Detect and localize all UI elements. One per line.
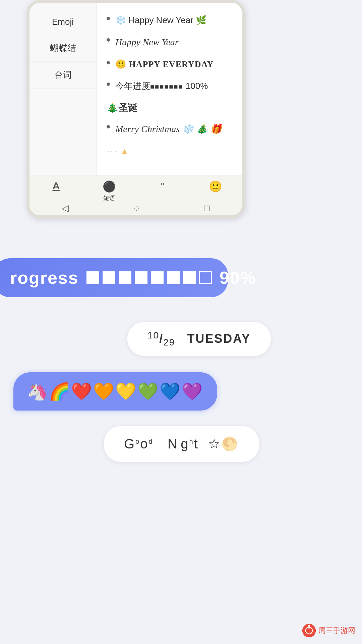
- date-weekday: TUESDAY: [187, 332, 251, 345]
- list-item: 今年进度■■■■■■■ 100%: [107, 75, 232, 97]
- list-item: ❄️ Happy New Year 🌿: [107, 9, 232, 31]
- item-happy-new-year-italic: Happy New Year: [115, 36, 179, 49]
- main-content-area[interactable]: ❄️ Happy New Year 🌿 Happy New Year 🙂 HAP…: [97, 3, 242, 175]
- sidebar-item-emoji[interactable]: Emoji: [29, 9, 96, 35]
- phrase-label: 短语: [103, 194, 115, 202]
- list-item: Merry Christmas ❄️ 🎄 🎁: [107, 118, 232, 140]
- svg-point-3: [308, 625, 310, 627]
- quote-icon: ": [160, 180, 164, 193]
- watermark-logo: [302, 624, 316, 637]
- list-item: Happy New Year: [107, 31, 232, 53]
- emoji-content: 🦄🌈❤️🧡💛💚💙💜: [27, 382, 204, 401]
- progress-percent: 90%: [220, 268, 256, 288]
- goodnight-text: Good Night ☆🌕: [124, 436, 239, 452]
- sidebar-item-lines[interactable]: 台词: [29, 62, 96, 89]
- content-body: Emoji 蝴蝶结 台词 ❄️ Happy New Year: [29, 3, 242, 175]
- font-icon: A: [52, 180, 60, 192]
- quote-button[interactable]: ": [136, 180, 189, 193]
- item-merry-christmas: Merry Christmas ❄️ 🎄 🎁: [115, 122, 222, 136]
- goodnight-bubble: Good Night ☆🌕: [104, 426, 259, 462]
- toolbar: A ⚫ 短语 " 🙂 ◁ ○ □: [29, 175, 242, 215]
- bullet-point: [107, 38, 110, 42]
- item-progress-100: 今年进度■■■■■■■ 100%: [115, 80, 208, 92]
- emoji-bubble: 🦄🌈❤️🧡💛💚💙💜: [13, 372, 217, 411]
- christmas-header: 🎄圣诞: [107, 97, 232, 118]
- date-bubble-text: 10/29 TUESDAY: [147, 330, 251, 348]
- item-partial: -- - ▲: [107, 145, 129, 157]
- progress-blocks: [85, 271, 213, 284]
- sidebar: Emoji 蝴蝶结 台词: [29, 3, 97, 175]
- phone-mockup: Emoji 蝴蝶结 台词 ❄️ Happy New Year: [27, 0, 245, 218]
- nav-bar: ◁ ○ □: [29, 201, 242, 216]
- phrase-button[interactable]: ⚫ 短语: [83, 180, 136, 202]
- phone-inner: Emoji 蝴蝶结 台词 ❄️ Happy New Year: [29, 3, 242, 175]
- list-item-partial: -- - ▲: [107, 141, 232, 162]
- list-item: 🙂 HAPPY EVERYDAY: [107, 54, 232, 75]
- item-happy-new-year-emoji: ❄️ Happy New Year 🌿: [115, 14, 206, 26]
- bullet-point: [107, 61, 110, 64]
- date-bubble: 10/29 TUESDAY: [127, 322, 271, 356]
- nav-recent[interactable]: □: [204, 203, 210, 214]
- progress-label: rogress: [10, 268, 79, 288]
- phrase-icon: ⚫: [103, 180, 116, 193]
- date-day: 10/29: [147, 332, 179, 345]
- phone-content: Emoji 蝴蝶结 台词 ❄️ Happy New Year: [29, 3, 242, 215]
- watermark-text: 周三手游网: [318, 626, 355, 636]
- emoji-button[interactable]: 🙂: [189, 180, 242, 193]
- nav-back[interactable]: ◁: [62, 203, 69, 214]
- bullet-point: [107, 17, 110, 20]
- nav-home[interactable]: ○: [134, 203, 139, 214]
- progress-bubble: rogress 90%: [0, 258, 228, 297]
- bullet-point: [107, 83, 110, 86]
- font-button[interactable]: A: [29, 180, 83, 192]
- progress-bubble-text: rogress 90%: [10, 268, 211, 288]
- toolbar-inner: A ⚫ 短语 " 🙂: [29, 175, 242, 201]
- emoji-icon: 🙂: [209, 180, 222, 193]
- sidebar-item-bowtie[interactable]: 蝴蝶结: [29, 35, 96, 62]
- watermark: 周三手游网: [302, 624, 355, 637]
- item-happy-everyday: 🙂 HAPPY EVERYDAY: [115, 58, 214, 70]
- bullet-point: [107, 125, 110, 128]
